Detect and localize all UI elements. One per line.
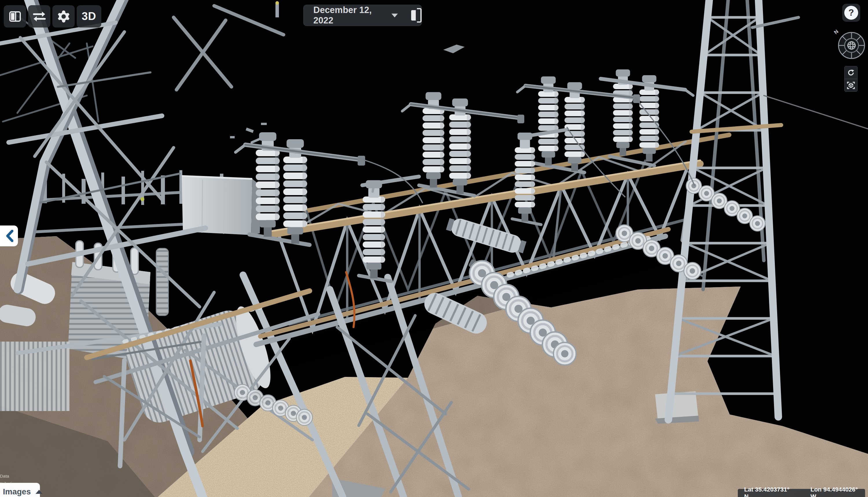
attribution-line1: Data [0, 472, 17, 480]
settings-button[interactable] [52, 5, 75, 28]
model-viewport[interactable] [0, 0, 868, 497]
latitude-value: Lat 35.4203731° N [744, 486, 795, 497]
split-view-button[interactable] [4, 5, 26, 28]
date-selector[interactable]: December 12, 2022 [303, 5, 422, 26]
panel-collapse-toggle[interactable] [0, 226, 18, 246]
mode-3d-button[interactable]: 3D [77, 5, 101, 28]
swap-arrows-icon [32, 10, 46, 23]
refresh-icon [847, 69, 855, 76]
longitude-value: Lon 94.4944026° W [810, 486, 865, 497]
cube-brackets-icon [847, 81, 855, 89]
compare-swap-button[interactable] [28, 5, 50, 28]
compass-orbit-control[interactable] [837, 31, 866, 60]
side-by-side-compare-icon[interactable] [411, 8, 422, 23]
caret-down-icon [391, 14, 398, 17]
fit-model-button[interactable] [844, 79, 857, 92]
split-panels-icon [9, 10, 21, 23]
gear-icon [57, 10, 70, 23]
images-label: Images [3, 487, 31, 496]
reset-rotation-button[interactable] [844, 66, 857, 79]
help-button[interactable]: ? [842, 4, 860, 22]
mode-3d-label: 3D [82, 10, 96, 23]
date-label: December 12, 2022 [313, 5, 376, 26]
caret-up-icon [35, 490, 43, 494]
help-label: ? [844, 6, 858, 20]
images-panel-button[interactable]: Images [0, 483, 40, 497]
chevron-left-icon [6, 230, 13, 242]
viewer-stage: 3D December 12, 2022 ? N Da [0, 0, 868, 497]
coordinates-status-bar: Lat 35.4203731° N Lon 94.4944026° W [738, 489, 865, 497]
